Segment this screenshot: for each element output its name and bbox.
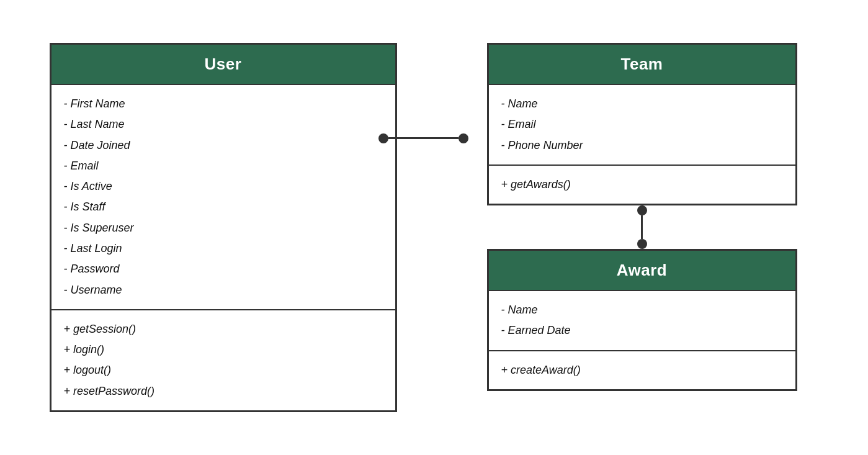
team-field: - Name xyxy=(501,94,783,114)
connector-line-v xyxy=(641,215,643,239)
connector-dot-bottom xyxy=(637,239,647,249)
user-methods-section: + getSession()+ login()+ logout()+ reset… xyxy=(51,309,395,410)
user-field: - Is Staff xyxy=(64,197,383,217)
team-field: - Email xyxy=(501,114,783,135)
award-field: - Name xyxy=(501,300,783,320)
award-fields-section: - Name- Earned Date xyxy=(489,290,795,350)
user-field: - Email xyxy=(64,156,383,176)
user-field: - Date Joined xyxy=(64,135,383,156)
user-class-title: User xyxy=(51,45,395,84)
user-team-connector xyxy=(378,137,468,140)
user-method: + logout() xyxy=(64,360,383,381)
team-method: + getAwards() xyxy=(501,174,783,195)
connector-dot-right xyxy=(459,133,468,143)
award-class-box: Award - Name- Earned Date + createAward(… xyxy=(487,249,797,391)
connector-dot-left xyxy=(378,133,388,143)
award-method: + createAward() xyxy=(501,360,783,381)
connector-line-h xyxy=(388,137,459,139)
team-award-connector xyxy=(637,205,647,249)
award-class-title: Award xyxy=(489,251,795,290)
award-field: - Earned Date xyxy=(501,320,783,341)
user-field: - Is Superuser xyxy=(64,218,383,238)
user-field: - Last Login xyxy=(64,238,383,259)
user-method: + resetPassword() xyxy=(64,381,383,402)
award-methods-section: + createAward() xyxy=(489,350,795,389)
right-column: Team - Name- Email- Phone Number + getAw… xyxy=(487,43,797,391)
user-field: - Is Active xyxy=(64,176,383,197)
user-field: - Username xyxy=(64,280,383,300)
user-method: + login() xyxy=(64,340,383,360)
user-field: - Password xyxy=(64,259,383,279)
team-methods-section: + getAwards() xyxy=(489,164,795,204)
team-class-box: Team - Name- Email- Phone Number + getAw… xyxy=(487,43,797,205)
user-field: - Last Name xyxy=(64,114,383,135)
team-award-connector-wrapper xyxy=(487,205,797,249)
connector-dot-top xyxy=(637,205,647,215)
diagram-container: User - First Name- Last Name- Date Joine… xyxy=(31,24,838,431)
user-method: + getSession() xyxy=(64,319,383,340)
user-class-box: User - First Name- Last Name- Date Joine… xyxy=(50,43,397,412)
user-fields-section: - First Name- Last Name- Date Joined- Em… xyxy=(51,84,395,309)
team-class-title: Team xyxy=(489,45,795,84)
team-fields-section: - Name- Email- Phone Number xyxy=(489,84,795,164)
user-field: - First Name xyxy=(64,94,383,114)
team-field: - Phone Number xyxy=(501,135,783,156)
